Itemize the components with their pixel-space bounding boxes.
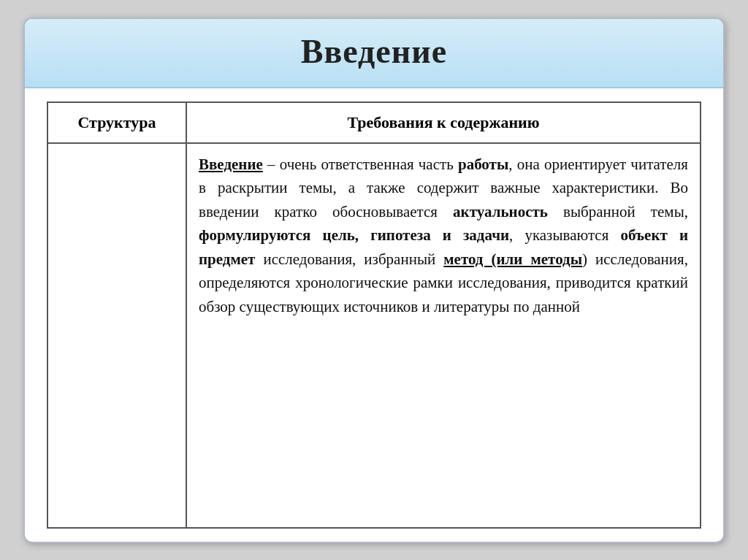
table-header-row: Структура Требования к содержанию bbox=[47, 102, 701, 143]
col-structure-header: Структура bbox=[47, 102, 186, 143]
table-body-row: Введение – очень ответственная часть раб… bbox=[47, 143, 701, 528]
content-text: Введение – очень ответственная часть раб… bbox=[199, 153, 688, 319]
slide-body: Структура Требования к содержанию Введен… bbox=[25, 88, 723, 542]
text-part1: – очень ответственная часть работы, она … bbox=[199, 156, 688, 315]
requirements-cell: Введение – очень ответственная часть раб… bbox=[186, 143, 701, 528]
col-requirements-header: Требования к содержанию bbox=[186, 102, 701, 143]
structure-cell bbox=[47, 143, 186, 528]
slide-header: Введение bbox=[25, 19, 723, 88]
slide-title: Введение bbox=[47, 32, 701, 71]
text-vvedenie: Введение bbox=[199, 156, 263, 173]
slide-container: Введение Структура Требования к содержан… bbox=[23, 18, 725, 543]
content-table: Структура Требования к содержанию Введен… bbox=[47, 101, 701, 529]
